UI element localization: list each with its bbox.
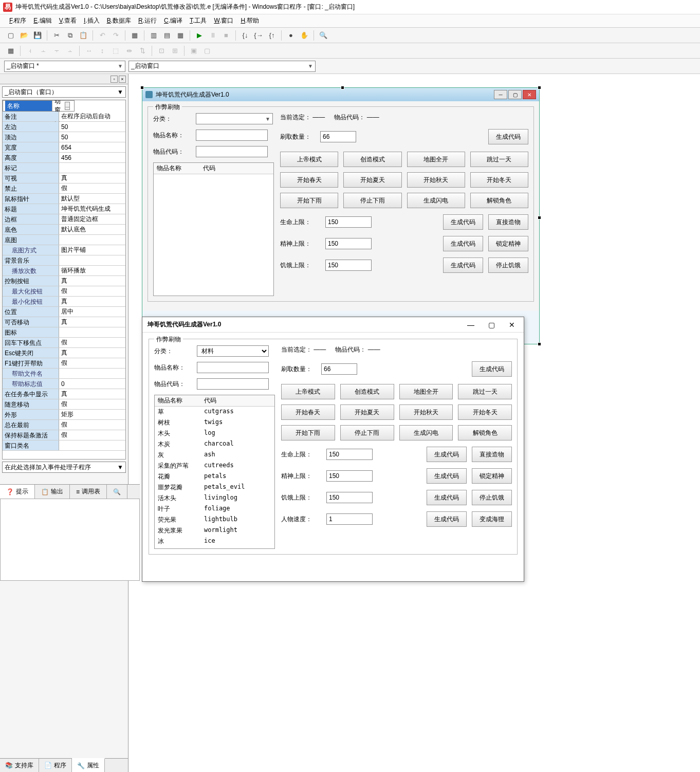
menu-item[interactable]: B.数据库 [107,16,131,25]
property-value[interactable] [59,163,125,173]
property-row[interactable]: 底图 [3,235,125,245]
property-value[interactable] [59,235,125,245]
list-item[interactable]: 荧光果lightbulb [155,514,274,525]
grid-icon[interactable]: ▦ [5,45,16,57]
left-tab[interactable]: 📚支持库 [0,759,39,772]
property-value[interactable]: _启动窗口... [52,101,72,111]
life-gen-button[interactable]: 生成代码 [443,214,483,230]
property-value[interactable]: 默认型 [59,194,125,204]
r-gen-button[interactable]: 生成代码 [472,361,512,377]
map-button[interactable]: 地图全开 [399,384,453,399]
menu-item[interactable]: T.工具 [190,16,207,25]
space-h-icon[interactable]: ⇹ [123,45,135,57]
runtime-close-icon[interactable]: ✕ [505,319,519,330]
property-row[interactable]: 图标 [3,327,125,338]
property-row[interactable]: 名称_启动窗口... [3,100,75,112]
r-hunger-gen-button[interactable]: 生成代码 [427,490,467,505]
skip-button[interactable]: 跳过一天 [458,384,512,399]
stoprain-button[interactable]: 停止下雨 [340,425,394,440]
property-value[interactable]: 50 [59,122,125,132]
property-value[interactable]: 循环播放 [59,266,125,275]
property-row[interactable]: 底色默认底色 [3,225,125,235]
property-row[interactable]: 最小化按钮真 [3,297,125,307]
god-button[interactable]: 上帝模式 [281,384,335,399]
r-lock-spirit-button[interactable]: 锁定精神 [472,468,512,484]
runtime-window[interactable]: 坤哥饥荒代码生成器Ver1.0 — ▢ ✕ 作弊刷物 分类： 材料 物品名称： … [142,317,524,582]
list-item[interactable]: 冰ice [155,536,274,547]
menu-item[interactable]: I.插入 [84,16,100,25]
winter-button[interactable]: 开始冬天 [458,405,512,420]
step-into-icon[interactable]: {↓ [240,30,251,41]
runtime-minimize-icon[interactable]: — [464,319,477,330]
property-value[interactable]: 假 [59,358,125,368]
r-item-list[interactable]: 物品名称代码 草cutgrass树枝twigs木头log木炭charcoal灰a… [154,395,275,549]
property-row[interactable]: 保持标题条激活假 [3,430,125,440]
dock-close-icon[interactable]: × [119,76,126,83]
save-icon[interactable]: 💾 [32,30,43,41]
property-value[interactable]: 654 [59,142,125,152]
hand-icon[interactable]: ✋ [299,30,310,41]
property-row[interactable]: 标记 [3,163,125,173]
spring-button[interactable]: 开始春天 [281,405,335,420]
property-row[interactable]: 边框普通固定边框 [3,214,125,225]
align-center-icon[interactable]: ⫠ [38,45,49,57]
event-selector[interactable]: 在此处选择加入事件处理子程序▼ [2,462,126,473]
bottom-tab-search[interactable]: 🔍 [107,485,127,499]
property-row[interactable]: 可否移动真 [3,317,125,327]
property-value[interactable]: 普通固定边框 [59,214,125,224]
property-value[interactable]: 坤哥饥荒代码生成 [59,204,125,214]
r-speed-input[interactable] [326,513,373,525]
list-item[interactable]: 木炭charcoal [155,439,274,450]
gen-code-button[interactable]: 生成代码 [488,129,528,144]
autumn-button[interactable]: 开始秋天 [407,172,465,188]
window-combo[interactable]: _启动窗口▼ [128,61,316,72]
unlock-button[interactable]: 解锁角色 [458,425,512,440]
property-row[interactable]: 最大化按钮假 [3,286,125,297]
property-row[interactable]: 总在最前假 [3,420,125,430]
bottom-tab[interactable]: ❓ 提示 [0,485,35,499]
align-top-icon[interactable]: ⫠ [64,45,76,57]
hunger-input[interactable] [325,260,372,271]
create-button[interactable]: 创造模式 [343,152,401,167]
property-row[interactable]: 鼠标指针默认型 [3,194,125,204]
stoprain-button[interactable]: 停止下雨 [343,193,401,208]
property-value[interactable]: 在程序启动后自动 [59,112,125,121]
direct-build-button[interactable]: 直接造物 [488,214,528,230]
god-button[interactable]: 上帝模式 [280,152,338,167]
list-item[interactable]: 花瓣petals [155,471,274,482]
list-item[interactable]: 草cutgrass [155,407,274,417]
property-row[interactable]: 随意移动假 [3,399,125,410]
r-item-code-input[interactable] [197,378,269,390]
list-item[interactable]: 树枝twigs [155,417,274,428]
list-item[interactable]: 灰ash [155,450,274,461]
send-back-icon[interactable]: ▢ [201,45,213,57]
property-value[interactable]: 矩形 [59,410,125,419]
menu-item[interactable]: V.查看 [59,16,77,25]
spirit-input[interactable] [325,238,372,249]
list-item[interactable]: 采集的芦苇cutreeds [155,461,274,471]
property-row[interactable]: 位置居中 [3,307,125,317]
r-spirit-input[interactable] [326,470,373,482]
cascade-icon[interactable]: ▦ [175,30,186,41]
run-icon[interactable]: ▶ [194,30,205,41]
unlock-button[interactable]: 解锁角色 [470,193,528,208]
property-value[interactable]: 假 [59,420,125,430]
property-grid[interactable]: 名称_启动窗口...备注在程序启动后自动左边50顶边50宽度654高度456标记… [2,100,126,459]
close-icon[interactable]: ✕ [523,90,536,99]
property-value[interactable]: 50 [59,132,125,142]
left-tab[interactable]: 🔧属性 [72,758,105,772]
qty-input[interactable] [320,131,356,142]
light-button[interactable]: 生成闪电 [407,193,465,208]
spring-button[interactable]: 开始春天 [280,172,338,188]
property-row[interactable]: 禁止假 [3,183,125,194]
step-out-icon[interactable]: {↑ [266,30,278,41]
item-code-input[interactable] [196,146,268,157]
r-item-name-input[interactable] [197,362,269,373]
property-value[interactable]: 真 [59,389,125,399]
list-item[interactable]: 活木头livinglog [155,493,274,504]
list-item[interactable]: 木头log [155,428,274,439]
map-button[interactable]: 地图全开 [407,152,465,167]
list-item[interactable]: 叶子foliage [155,504,274,514]
property-row[interactable]: 控制按钮真 [3,276,125,286]
align-left-icon[interactable]: ⫞ [24,45,35,57]
